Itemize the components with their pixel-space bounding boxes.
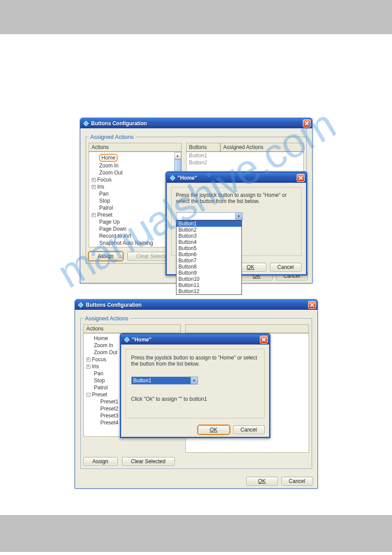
combo-value: [176, 213, 235, 220]
svg-marker-0: [83, 121, 89, 126]
cancel-button[interactable]: Cancel: [281, 477, 313, 486]
clear-selected-button[interactable]: Clear Selected: [122, 457, 175, 466]
expand-icon[interactable]: +: [92, 185, 96, 189]
collapse-icon[interactable]: -: [86, 393, 90, 397]
diamond-icon: [83, 120, 89, 127]
tree-item-home[interactable]: Home: [92, 153, 179, 162]
diamond-icon: [169, 175, 176, 181]
button-select[interactable]: Button1 ▼: [131, 377, 198, 385]
col-buttons: Buttons: [186, 143, 220, 152]
close-button[interactable]: [308, 301, 316, 309]
expand-icon[interactable]: +: [86, 365, 90, 369]
bottom-gray-band: [0, 515, 392, 552]
dropdown-option[interactable]: Button2: [176, 227, 241, 233]
dropdown-option[interactable]: Button7: [176, 258, 241, 264]
titlebar: "Home": [121, 334, 269, 345]
titlebar: "Home": [167, 173, 306, 183]
window-title: Buttons Configuration: [86, 302, 308, 308]
dropdown-list[interactable]: Button1 Button2 Button3 Button4 Button5 …: [176, 220, 242, 295]
close-button[interactable]: [297, 174, 305, 182]
home-assign-dialog: "Home" Press the joystick button to assi…: [120, 333, 270, 438]
dropdown-option[interactable]: Button8: [176, 264, 241, 270]
assign-button[interactable]: Assign: [89, 252, 123, 261]
scroll-up-icon[interactable]: ▲: [174, 152, 181, 159]
svg-marker-1: [170, 175, 175, 181]
expand-icon[interactable]: +: [92, 178, 96, 182]
dialog-title: "Home": [132, 337, 260, 343]
dialog-instruction: Press the joystick button to assign to "…: [176, 192, 297, 204]
dropdown-option[interactable]: Button9: [176, 270, 241, 276]
assign-button[interactable]: Assign: [83, 457, 118, 466]
col-assigned: Assigned Actions: [220, 143, 304, 152]
dropdown-option[interactable]: Button1: [176, 221, 241, 227]
window-title: Buttons Configuration: [91, 120, 303, 127]
col-actions: Actions: [83, 324, 181, 333]
home-assign-dialog: "Home" Press the joystick button to assi…: [165, 171, 307, 276]
close-button[interactable]: [303, 120, 311, 127]
titlebar: Buttons Configuration: [75, 300, 317, 310]
ok-button[interactable]: OK: [246, 477, 278, 486]
dropdown-option[interactable]: Button4: [176, 239, 241, 245]
group-legend: Assigned Actions: [89, 134, 136, 140]
combo-value: Button1: [132, 377, 191, 384]
chevron-down-icon[interactable]: ▼: [235, 213, 242, 220]
dropdown-option[interactable]: Button12: [176, 288, 241, 294]
list-item[interactable]: Button2: [187, 159, 303, 166]
expand-icon[interactable]: +: [92, 213, 96, 217]
group-legend: Assigned Actions: [83, 315, 130, 322]
confirm-text: Click "Ok" to assign "" to button1: [131, 396, 259, 402]
dropdown-option[interactable]: Button10: [176, 276, 241, 282]
dropdown-option[interactable]: Button5: [176, 245, 241, 251]
dropdown-option[interactable]: Button3: [176, 233, 241, 239]
expand-icon[interactable]: +: [86, 358, 90, 362]
list-item[interactable]: Button1: [187, 152, 303, 159]
cancel-button[interactable]: Cancel: [233, 425, 265, 434]
cancel-button[interactable]: Cancel: [270, 263, 302, 272]
chevron-down-icon[interactable]: ▼: [191, 377, 198, 384]
ok-button[interactable]: OK: [198, 425, 230, 434]
dialog-instruction: Press the joystick button to assign to "…: [131, 355, 259, 367]
titlebar: Buttons Configuration: [80, 118, 312, 128]
svg-marker-2: [78, 302, 83, 308]
svg-marker-3: [124, 337, 129, 342]
close-button[interactable]: [260, 336, 268, 344]
dropdown-option[interactable]: Button11: [176, 282, 241, 288]
diamond-icon: [78, 302, 84, 308]
col-header-right: [185, 324, 309, 333]
tree-item-zoom-in[interactable]: Zoom In: [92, 162, 179, 169]
top-gray-band: [0, 0, 392, 34]
col-actions: Actions: [89, 143, 182, 152]
button-select[interactable]: ▼: [176, 212, 243, 220]
diamond-icon: [124, 337, 130, 343]
dialog-title: "Home": [178, 175, 297, 181]
dropdown-option[interactable]: Button6: [176, 251, 241, 258]
